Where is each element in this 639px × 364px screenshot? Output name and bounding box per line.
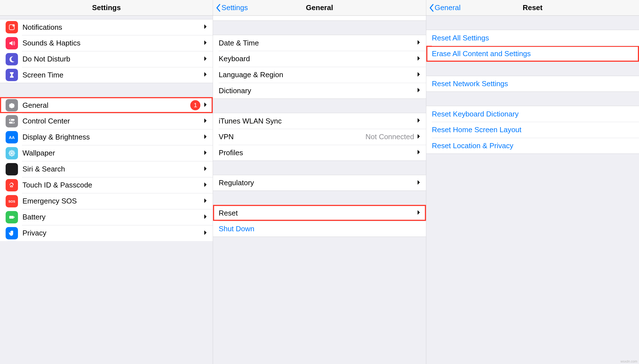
cell-label: Reset Location & Privacy	[432, 141, 633, 150]
cell-general[interactable]: General 1	[0, 97, 213, 113]
cell-shut-down[interactable]: Shut Down	[213, 221, 426, 237]
cell-screen-time[interactable]: Screen Time	[0, 67, 213, 83]
fingerprint-icon	[6, 179, 18, 191]
chevron-right-icon	[204, 150, 207, 157]
cell-label: iTunes WLAN Sync	[219, 117, 417, 125]
chevron-right-icon	[204, 182, 207, 189]
chevron-right-icon	[204, 102, 207, 109]
cell-reset-location-privacy[interactable]: Reset Location & Privacy	[426, 138, 639, 154]
cell-label: Reset	[219, 209, 417, 218]
cell-label: Regulatory	[219, 178, 417, 187]
cell-label: Siri & Search	[22, 165, 204, 173]
cell-label: Privacy	[22, 229, 204, 237]
chevron-right-icon	[417, 210, 420, 216]
cell-label: Emergency SOS	[22, 197, 204, 205]
cell-label: Reset Home Screen Layout	[432, 125, 633, 134]
cell-label: Date & Time	[219, 39, 417, 47]
battery-icon	[6, 211, 18, 223]
cell-label: Reset Keyboard Dictionary	[432, 110, 633, 118]
cell-wallpaper[interactable]: Wallpaper	[0, 145, 213, 161]
cell-control-center[interactable]: Control Center	[0, 113, 213, 129]
chevron-right-icon	[417, 180, 420, 186]
hand-icon	[6, 227, 18, 239]
cell-privacy[interactable]: Privacy	[0, 225, 213, 241]
cell-profiles[interactable]: Profiles	[213, 145, 426, 161]
cell-label: Screen Time	[22, 71, 204, 79]
cell-regulatory[interactable]: Regulatory	[213, 175, 426, 191]
cell-reset-network-settings[interactable]: Reset Network Settings	[426, 76, 639, 92]
cell-label: Dictionary	[219, 86, 417, 95]
cell-reset[interactable]: Reset	[213, 205, 426, 221]
moon-icon	[6, 53, 18, 65]
general-panel: Settings General Date & Time Keyboard La…	[213, 0, 426, 364]
sos-icon	[6, 195, 18, 207]
chevron-right-icon	[204, 72, 207, 78]
sounds-icon	[6, 37, 18, 49]
cell-label: Wallpaper	[22, 149, 204, 157]
chevron-right-icon	[204, 40, 207, 47]
cell-siri-search[interactable]: Siri & Search	[0, 161, 213, 177]
chevron-right-icon	[204, 118, 207, 125]
cell-sounds-haptics[interactable]: Sounds & Haptics	[0, 35, 213, 51]
cell-erase-all-content[interactable]: Erase All Content and Settings	[426, 46, 639, 62]
cell-value: Not Connected	[365, 132, 414, 141]
hourglass-icon	[6, 69, 18, 81]
chevron-right-icon	[417, 118, 420, 124]
page-title: Settings	[92, 3, 121, 12]
settings-panel: Settings Notifications Sounds & Haptics …	[0, 0, 213, 364]
page-title: General	[306, 3, 333, 12]
three-panel-layout: Settings Notifications Sounds & Haptics …	[0, 0, 639, 364]
cell-label: Profiles	[219, 148, 417, 157]
cell-label: Reset All Settings	[432, 34, 633, 42]
reset-panel: General Reset Reset All Settings Erase A…	[426, 0, 639, 364]
cell-language-region[interactable]: Language & Region	[213, 67, 426, 83]
cell-label: Notifications	[22, 23, 204, 32]
chevron-right-icon	[204, 198, 207, 205]
back-button[interactable]: General	[429, 3, 461, 12]
cell-reset-keyboard-dictionary[interactable]: Reset Keyboard Dictionary	[426, 106, 639, 122]
cell-vpn[interactable]: VPNNot Connected	[213, 129, 426, 145]
page-title: Reset	[523, 3, 542, 12]
chevron-right-icon	[204, 166, 207, 173]
cell-reset-home-screen-layout[interactable]: Reset Home Screen Layout	[426, 122, 639, 138]
cell-label: Erase All Content and Settings	[432, 49, 633, 58]
cell-date-time[interactable]: Date & Time	[213, 35, 426, 51]
chevron-right-icon	[417, 72, 420, 78]
chevron-right-icon	[204, 134, 207, 141]
chevron-right-icon	[204, 24, 207, 31]
cell-itunes-wlan-sync[interactable]: iTunes WLAN Sync	[213, 113, 426, 129]
cell-reset-all-settings[interactable]: Reset All Settings	[426, 30, 639, 46]
back-label: General	[435, 3, 461, 12]
cell-label: Display & Brightness	[22, 133, 204, 141]
badge-count: 1	[190, 100, 200, 110]
chevron-right-icon	[417, 149, 420, 156]
cell-label: Language & Region	[219, 70, 417, 79]
toggles-icon	[6, 115, 18, 127]
cell-notifications[interactable]: Notifications	[0, 19, 213, 35]
cell-label: VPN	[219, 132, 365, 141]
cell-battery[interactable]: Battery	[0, 209, 213, 225]
cell-dictionary[interactable]: Dictionary	[213, 83, 426, 99]
cell-label: Do Not Disturb	[22, 55, 204, 63]
header-general: Settings General	[213, 0, 426, 16]
header-settings: Settings	[0, 0, 213, 16]
cell-label: Keyboard	[219, 54, 417, 63]
cell-label: Reset Network Settings	[432, 79, 633, 88]
cell-label: Shut Down	[219, 225, 420, 233]
cell-display-brightness[interactable]: Display & Brightness	[0, 129, 213, 145]
flower-icon	[6, 147, 18, 159]
cell-touch-id-passcode[interactable]: Touch ID & Passcode	[0, 177, 213, 193]
cell-keyboard[interactable]: Keyboard	[213, 51, 426, 67]
cell-do-not-disturb[interactable]: Do Not Disturb	[0, 51, 213, 67]
back-label: Settings	[221, 3, 248, 12]
chevron-right-icon	[204, 56, 207, 63]
gear-icon	[6, 99, 18, 111]
display-icon	[6, 131, 18, 143]
notifications-icon	[6, 21, 18, 33]
header-reset: General Reset	[426, 0, 639, 16]
chevron-right-icon	[417, 87, 420, 94]
chevron-right-icon	[417, 134, 420, 140]
cell-emergency-sos[interactable]: Emergency SOS	[0, 193, 213, 209]
chevron-right-icon	[204, 214, 207, 221]
back-button[interactable]: Settings	[216, 3, 248, 12]
